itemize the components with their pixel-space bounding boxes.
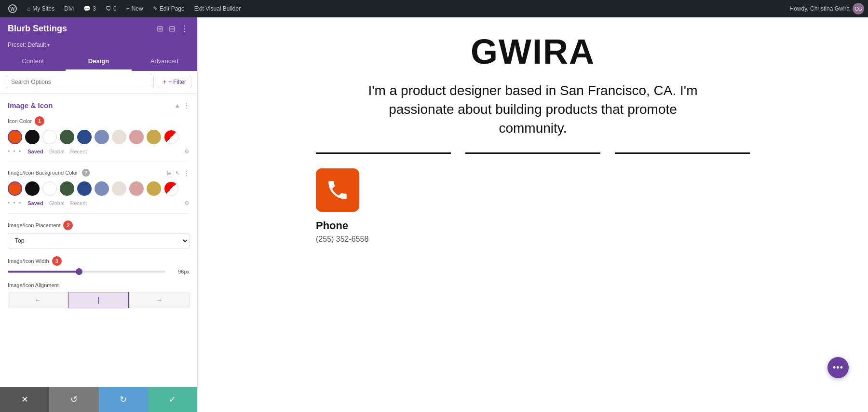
admin-bar-exit-builder[interactable]: Exit Visual Builder (190, 3, 245, 14)
bg-global-label[interactable]: Global (49, 200, 65, 206)
color-swatch-orange[interactable] (8, 130, 22, 144)
placement-label: Image/Icon Placement 2 (8, 220, 190, 230)
tab-design[interactable]: Design (66, 53, 131, 71)
color-swatch-periwinkle[interactable] (95, 130, 109, 144)
bg-swatch-gold[interactable] (147, 181, 161, 196)
main-layout: Blurb Settings ⊞ ⊟ ⋮ Preset: Default Con… (0, 17, 868, 412)
search-row: + + Filter (0, 71, 197, 94)
bg-swatch-darkgreen[interactable] (60, 181, 74, 196)
filter-button[interactable]: + + Filter (158, 76, 191, 88)
tab-content[interactable]: Content (0, 53, 66, 71)
bg-swatch-periwinkle[interactable] (95, 181, 109, 196)
cancel-button[interactable]: ✕ (0, 387, 49, 412)
admin-bar-comments[interactable]: 💬 3 (80, 3, 100, 14)
dividers-row (316, 152, 750, 154)
divider-line-1 (316, 152, 451, 154)
wp-logo[interactable]: W (4, 2, 21, 15)
icon-color-saved-row: • • • Saved Global Recent ⚙ (8, 148, 190, 155)
panel-tabs: Content Design Advanced (0, 53, 197, 71)
bg-color-header: Image/Icon Background Color ? 🖥 ↖ ⋮ (8, 169, 190, 177)
alignment-label: Image/Icon Alignment (8, 282, 190, 288)
columns-icon[interactable]: ⊟ (168, 23, 176, 34)
panel-header: Blurb Settings ⊞ ⊟ ⋮ (0, 17, 197, 39)
more-icon[interactable]: ⋮ (180, 23, 190, 34)
width-slider[interactable] (8, 271, 165, 273)
cursor-icon[interactable]: ↖ (175, 169, 180, 177)
divider-line-3 (615, 152, 750, 154)
panel-header-icons: ⊞ ⊟ ⋮ (156, 23, 190, 34)
align-left[interactable]: ← (8, 292, 68, 308)
section-title: Image & Icon (8, 101, 53, 110)
color-swatch-pink[interactable] (129, 130, 144, 144)
bg-header-icons: 🖥 ↖ ⋮ (166, 169, 190, 177)
bg-swatch-white[interactable] (42, 181, 57, 196)
bg-swatch-none[interactable] (164, 181, 178, 196)
resize-icon[interactable]: ⊞ (156, 23, 164, 34)
page-hero-title: GWIRA (471, 32, 595, 71)
bg-settings-icon[interactable]: ⚙ (184, 200, 190, 206)
panel-content: Image & Icon ▲ ⋮ Icon Color 1 (0, 94, 197, 387)
bg-swatch-cream[interactable] (112, 181, 126, 196)
step-badge-3: 3 (52, 256, 62, 266)
bg-more-icon[interactable]: ⋮ (183, 169, 190, 177)
step-badge-1: 1 (35, 116, 44, 126)
bg-swatch-black[interactable] (25, 181, 40, 196)
bg-swatch-navy[interactable] (77, 181, 92, 196)
home-icon: ⌂ (27, 5, 30, 12)
bg-saved-label[interactable]: Saved (27, 200, 43, 206)
admin-bar-chat[interactable]: 🗨 0 (102, 3, 121, 14)
desktop-icon[interactable]: 🖥 (166, 169, 172, 177)
avatar: CG (853, 3, 864, 14)
color-swatch-gold[interactable] (147, 130, 161, 144)
color-swatch-cream[interactable] (112, 130, 126, 144)
undo-button[interactable]: ↺ (49, 387, 98, 412)
align-center-icon: | (98, 296, 100, 304)
bg-recent-label[interactable]: Recent (70, 200, 87, 206)
align-right[interactable]: → (129, 292, 190, 308)
admin-bar-new[interactable]: + New (122, 3, 147, 14)
tab-advanced[interactable]: Advanced (132, 53, 197, 71)
admin-bar-right: Howdy, Christina Gwira CG (790, 3, 864, 14)
floating-dots-icon: ••• (833, 363, 843, 373)
slider-row: 96px (8, 269, 190, 275)
page-bio: I'm a product designer based in San Fran… (364, 81, 702, 138)
panel-title: Blurb Settings (8, 24, 67, 34)
floating-action-button[interactable]: ••• (827, 357, 849, 378)
color-swatch-black[interactable] (25, 130, 40, 144)
help-icon[interactable]: ? (82, 169, 90, 177)
blurb-subtitle: (255) 352-6558 (316, 235, 368, 244)
saved-label[interactable]: Saved (27, 149, 43, 154)
redo-button[interactable]: ↻ (99, 387, 148, 412)
align-center[interactable]: | (68, 292, 129, 308)
width-field: Image/Icon Width 3 96px (8, 256, 190, 275)
admin-bar-mysites[interactable]: ⌂ My Sites (23, 3, 58, 14)
color-swatch-none[interactable] (164, 130, 178, 144)
align-right-icon: → (156, 296, 163, 304)
global-label[interactable]: Global (49, 149, 65, 154)
width-label: Image/Icon Width 3 (8, 256, 190, 266)
color-swatch-darkgreen[interactable] (60, 130, 74, 144)
admin-bar-edit-page[interactable]: ✎ Edit Page (149, 3, 189, 14)
collapse-icon[interactable]: ▲ (174, 102, 180, 109)
bg-expand-dots-icon[interactable]: • • • (8, 200, 22, 206)
bg-swatch-orange[interactable] (8, 181, 22, 196)
preset-dropdown[interactable]: Preset: Default (8, 41, 50, 48)
color-swatch-white[interactable] (42, 130, 57, 144)
admin-bar-divi[interactable]: Divi (60, 3, 78, 14)
placement-field: Image/Icon Placement 2 Top Left Right Bo… (8, 220, 190, 248)
recent-label[interactable]: Recent (70, 149, 87, 154)
confirm-button[interactable]: ✓ (148, 387, 197, 412)
search-input[interactable] (6, 76, 154, 88)
bg-color-label-row: Image/Icon Background Color ? (8, 169, 90, 177)
admin-howdy: Howdy, Christina Gwira CG (790, 3, 864, 14)
step-badge-2: 2 (63, 220, 73, 230)
placement-select[interactable]: Top Left Right Bottom (8, 233, 190, 248)
bg-swatch-pink[interactable] (129, 181, 144, 196)
bg-color-saved-row: • • • Saved Global Recent ⚙ (8, 200, 190, 206)
bg-color-swatches (8, 181, 190, 196)
phone-icon (326, 178, 350, 202)
color-swatch-navy[interactable] (77, 130, 92, 144)
expand-dots-icon[interactable]: • • • (8, 148, 22, 155)
section-more-icon[interactable]: ⋮ (183, 102, 190, 109)
settings-icon[interactable]: ⚙ (184, 148, 190, 155)
